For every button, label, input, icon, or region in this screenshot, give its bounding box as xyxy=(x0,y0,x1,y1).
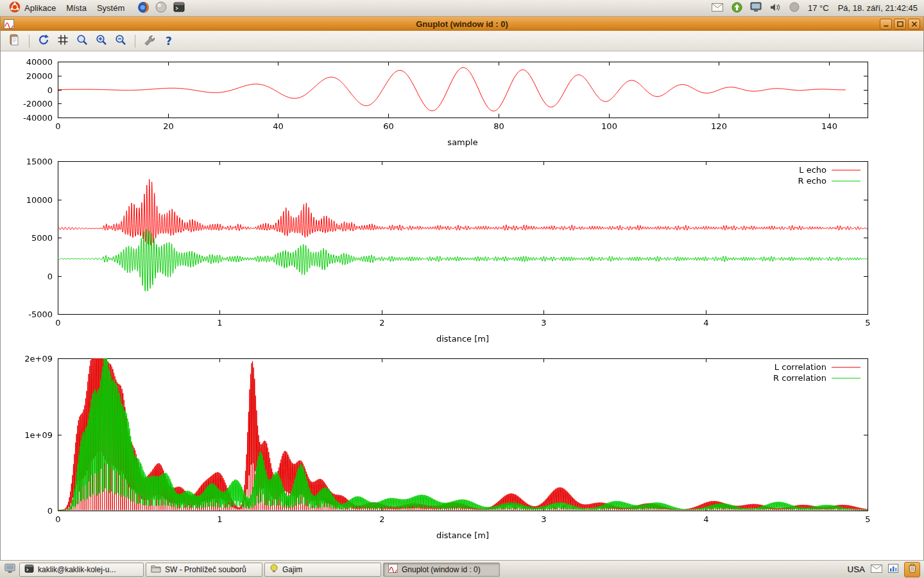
taskbar-button-label: Gnuplot (window id : 0) xyxy=(402,565,481,574)
taskbar-button-gnuplot[interactable]: Gnuplot (window id : 0) xyxy=(383,563,500,577)
system-menu-label: Systém xyxy=(97,3,124,13)
panel-status-area: 17 °C Pá, 18. září, 21:42:45 xyxy=(710,1,920,16)
show-desktop-button[interactable] xyxy=(2,562,17,577)
replot-button[interactable] xyxy=(35,33,53,49)
gajim-icon xyxy=(270,564,278,575)
keyboard-layout-label: USA xyxy=(848,565,865,574)
mail-icon xyxy=(712,3,723,13)
chart-tray-button[interactable] xyxy=(888,564,898,575)
copy-icon xyxy=(8,33,21,48)
terminal-icon xyxy=(24,565,34,575)
top-panel: Aplikace Místa Systém xyxy=(0,0,924,17)
toolbar-separator xyxy=(29,35,30,48)
copy-to-clipboard-button[interactable] xyxy=(6,33,24,49)
terminal-icon xyxy=(173,2,185,14)
toggle-grid-button[interactable] xyxy=(54,33,72,49)
zoom-out-button[interactable] xyxy=(112,33,130,49)
temperature-applet[interactable]: 17 °C xyxy=(807,1,830,16)
display-icon xyxy=(750,2,762,14)
volume-tray-button[interactable] xyxy=(768,1,782,15)
updates-tray-button[interactable] xyxy=(730,1,744,15)
applications-menu[interactable]: Aplikace xyxy=(4,1,61,16)
echo-chart-canvas xyxy=(1,153,923,351)
taskbar-button-terminal[interactable]: kaklik@kaklik-kolej-u... xyxy=(19,563,144,577)
wrench-icon xyxy=(143,33,156,48)
chart-icon xyxy=(888,564,898,575)
window-icon xyxy=(4,19,14,29)
mail-icon xyxy=(871,565,882,575)
toolbar-separator xyxy=(135,35,135,48)
replot-icon xyxy=(37,33,50,48)
ubuntu-logo-icon xyxy=(9,1,21,15)
temperature-label: 17 °C xyxy=(808,3,829,13)
clock-label: Pá, 18. září, 21:42:45 xyxy=(838,3,918,13)
terminal-launcher[interactable] xyxy=(172,1,186,15)
places-menu[interactable]: Místa xyxy=(61,1,92,16)
zoom-in-button[interactable] xyxy=(92,33,110,49)
places-menu-label: Místa xyxy=(66,3,87,13)
waveform-chart-canvas xyxy=(1,51,923,153)
trash-button[interactable] xyxy=(904,562,920,577)
mail-tray-button[interactable] xyxy=(710,1,724,15)
plot-area xyxy=(1,51,923,552)
clock-applet[interactable]: Pá, 18. září, 21:42:45 xyxy=(835,1,920,16)
zoom-icon xyxy=(76,33,89,48)
taskbar-button-label: SW - Prohlížeč souborů xyxy=(165,565,246,574)
applications-menu-label: Aplikace xyxy=(24,3,56,13)
weather-icon xyxy=(789,2,800,14)
desktop: Aplikace Místa Systém xyxy=(0,0,924,578)
gnuplot-window: Gnuplot (window id : 0) xyxy=(0,17,924,560)
titlebar[interactable]: Gnuplot (window id : 0) xyxy=(1,17,923,31)
updates-icon xyxy=(732,2,742,15)
show-desktop-icon xyxy=(4,563,15,575)
taskbar-tray: USA xyxy=(848,562,922,577)
globe-icon xyxy=(155,1,167,15)
window-title: Gnuplot (window id : 0) xyxy=(1,19,923,29)
settings-button[interactable] xyxy=(141,33,158,49)
system-menu[interactable]: Systém xyxy=(92,1,130,16)
volume-icon xyxy=(770,3,781,14)
taskbar-button-gajim[interactable]: Gajim xyxy=(264,563,381,577)
zoom-out-icon xyxy=(114,33,127,48)
correlation-chart-canvas xyxy=(1,351,923,552)
help-icon: ? xyxy=(166,35,172,48)
help-button[interactable]: ? xyxy=(160,33,178,49)
maximize-button[interactable] xyxy=(894,19,906,30)
taskbar-button-label: kaklik@kaklik-kolej-u... xyxy=(38,565,116,574)
close-button[interactable] xyxy=(908,19,920,30)
gnuplot-icon xyxy=(388,564,398,575)
panel-launchers xyxy=(136,1,186,15)
zoom-previous-button[interactable] xyxy=(73,33,91,49)
display-tray-button[interactable] xyxy=(749,1,763,15)
taskbar-button-label: Gajim xyxy=(282,565,302,574)
firefox-launcher[interactable] xyxy=(136,1,150,15)
keyboard-layout-indicator[interactable]: USA xyxy=(848,565,865,574)
globe-launcher[interactable] xyxy=(154,1,168,15)
zoom-in-icon xyxy=(95,33,108,48)
trash-icon xyxy=(909,564,916,575)
taskbar-button-file-manager[interactable]: SW - Prohlížeč souborů xyxy=(146,563,262,577)
firefox-icon xyxy=(137,1,150,15)
grid-icon xyxy=(56,33,69,48)
minimize-button[interactable] xyxy=(880,19,892,30)
weather-tray-button[interactable] xyxy=(787,1,801,15)
bottom-panel: kaklik@kaklik-kolej-u... SW - Prohlížeč … xyxy=(0,560,924,578)
window-controls xyxy=(880,19,920,30)
file-manager-icon xyxy=(151,565,161,575)
gnuplot-toolbar: ? xyxy=(1,31,923,51)
mail-tray-button[interactable] xyxy=(871,565,882,575)
